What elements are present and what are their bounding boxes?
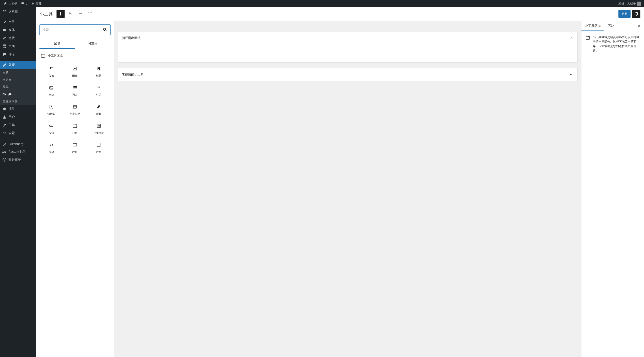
settings-close-button[interactable] — [634, 24, 644, 28]
sidebar-item-label: 链接 — [8, 36, 15, 40]
admin-bar-site[interactable]: 大胡子 — [2, 0, 19, 7]
widget-area-inactive: 未使用的小工具 — [118, 68, 578, 81]
sidebar-item-label: 插件 — [8, 107, 15, 111]
block-gallery[interactable]: 画廊 — [40, 82, 63, 100]
block-columns[interactable]: 栏目 — [63, 138, 87, 158]
admin-bar-new[interactable]: 新建 — [29, 0, 44, 7]
gutenberg-icon — [2, 142, 7, 146]
block-button[interactable]: 按钮 — [40, 120, 63, 138]
block-code[interactable]: 代码 — [40, 138, 63, 158]
block-list[interactable]: 列表 — [63, 82, 87, 100]
sidebar-item-settings[interactable]: 设置 — [0, 129, 36, 137]
sidebar-item-media[interactable]: 媒体 — [0, 26, 36, 34]
widget-area-title: 未使用的小工具 — [122, 72, 144, 76]
block-cover[interactable]: 封面 — [87, 138, 110, 158]
block-categories[interactable]: 分类目录 — [87, 120, 110, 138]
undo-button[interactable] — [66, 10, 74, 18]
block-heading[interactable]: 标题 — [87, 62, 110, 82]
block-item-label: 按钮 — [49, 131, 54, 135]
collapse-icon — [2, 158, 7, 162]
sidebar-item-dashboard[interactable]: 仪表盘 — [0, 7, 36, 15]
sidebar-item-pages[interactable]: 页面 — [0, 42, 36, 50]
sidebar-item-label: 文章 — [8, 20, 15, 24]
widget-area-icon — [40, 53, 46, 58]
chevron-up-icon — [568, 36, 574, 41]
redo-button[interactable] — [76, 10, 84, 18]
sidebar-item-collapse[interactable]: 收起菜单 — [0, 156, 36, 164]
block-calendar[interactable]: 日历 — [63, 120, 87, 138]
sidebar-item-tools[interactable]: 工具 — [0, 121, 36, 129]
home-icon — [4, 2, 7, 6]
dashboard-icon — [2, 9, 7, 14]
sidebar-item-appearance[interactable]: 外观 — [0, 61, 36, 69]
editor-header: 小工具 更新 — [36, 7, 644, 21]
settings-content: 小工具区域是站点布局中可以支持区块的全局部分。这些区域因主题而异，但通常都是您的… — [582, 32, 644, 57]
tab-blocks[interactable]: 区块 — [40, 39, 75, 49]
sidebar-item-label: 外观 — [8, 63, 15, 67]
sidebar-item-label: Gutenberg — [8, 142, 23, 146]
block-image[interactable]: 图像 — [63, 62, 87, 82]
sidebar-item-links[interactable]: 链接 — [0, 34, 36, 42]
sidebar-item-label: 设置 — [8, 131, 15, 135]
widget-area-icon — [585, 35, 590, 40]
category-label: 小工具区域 — [48, 54, 62, 58]
submenu-menus[interactable]: 菜单 — [0, 84, 36, 90]
block-shortcode[interactable]: 短代码 — [40, 100, 63, 120]
admin-bar-account[interactable]: 您好，大胡子 — [618, 2, 642, 6]
calendar-icon — [72, 123, 78, 128]
sidebar-item-gutenberg[interactable]: Gutenberg — [0, 140, 36, 148]
tab-reusable[interactable]: 可重用 — [75, 39, 111, 49]
widget-area-body[interactable] — [118, 44, 578, 62]
inserter-tabs: 区块 可重用 — [36, 39, 114, 49]
xin-icon: Xin — [2, 151, 7, 153]
list-view-button[interactable] — [86, 10, 94, 18]
gallery-icon — [49, 85, 54, 90]
widget-area-title: 侧栏滑出区域 — [122, 36, 140, 40]
redo-icon — [78, 11, 83, 16]
inserter-search[interactable] — [40, 24, 110, 35]
admin-bar-left: 大胡子 0 新建 — [2, 0, 44, 7]
submenu-themes[interactable]: 主题 — [0, 69, 36, 76]
sidebar-item-plugins[interactable]: 插件 — [0, 105, 36, 113]
admin-sidebar: 仪表盘 文章 媒体 链接 页面 评论 外观 主题 自定义 菜单 小工具 主题编辑… — [0, 7, 36, 357]
update-button[interactable]: 更新 — [618, 10, 630, 18]
search-input[interactable] — [42, 28, 102, 32]
shortcode-icon — [49, 104, 54, 110]
submenu-customize[interactable]: 自定义 — [0, 76, 36, 84]
settings-toggle-button[interactable] — [632, 10, 640, 18]
sidebar-item-comments[interactable]: 评论 — [0, 50, 36, 58]
block-archive[interactable]: 文章归档 — [63, 100, 87, 120]
image-icon — [72, 66, 78, 71]
editor-canvas: 侧栏滑出区域 未使用的小工具 — [114, 21, 581, 357]
sidebar-item-users[interactable]: 用户 — [0, 113, 36, 121]
admin-bar-comments[interactable]: 0 — [19, 0, 29, 7]
settings-panel: 小工具区域 区块 小工具区域是站点布局中可以支持区块的全局部分。这些区域因主题而… — [581, 21, 644, 357]
submenu-widgets[interactable]: 小工具 — [0, 90, 36, 98]
settings-tab-block[interactable]: 区块 — [604, 21, 618, 31]
submenu-theme-editor[interactable]: 主题编辑器 — [0, 98, 36, 105]
settings-tab-widget-area[interactable]: 小工具区域 — [582, 21, 604, 31]
widget-area-header[interactable]: 侧栏滑出区域 — [118, 32, 578, 44]
block-paragraph[interactable]: 段落 — [40, 62, 63, 82]
block-item-label: 短代码 — [47, 112, 56, 116]
widget-area-header[interactable]: 未使用的小工具 — [118, 68, 578, 81]
sidebar-item-posts[interactable]: 文章 — [0, 18, 36, 26]
block-quote[interactable]: 引语 — [87, 82, 110, 100]
block-item-label: 分类目录 — [93, 131, 104, 135]
comments-count: 0 — [26, 2, 27, 6]
block-audio[interactable]: 音频 — [87, 100, 110, 120]
sidebar-submenu-appearance: 主题 自定义 菜单 小工具 主题编辑器 — [0, 69, 36, 105]
paragraph-icon — [49, 66, 54, 71]
archive-icon — [72, 104, 78, 110]
pin-icon — [2, 20, 7, 24]
inserter-category[interactable]: 小工具区域 — [40, 51, 110, 60]
appearance-icon — [2, 63, 7, 67]
block-item-label: 图像 — [72, 74, 78, 78]
sidebar-item-factory[interactable]: XinFactory主题 — [0, 148, 36, 156]
undo-icon — [68, 11, 73, 16]
gear-icon — [634, 11, 639, 16]
close-icon — [637, 24, 641, 28]
block-item-label: 段落 — [49, 74, 54, 78]
plugin-icon — [2, 107, 7, 111]
inserter-toggle-button[interactable] — [56, 10, 64, 18]
